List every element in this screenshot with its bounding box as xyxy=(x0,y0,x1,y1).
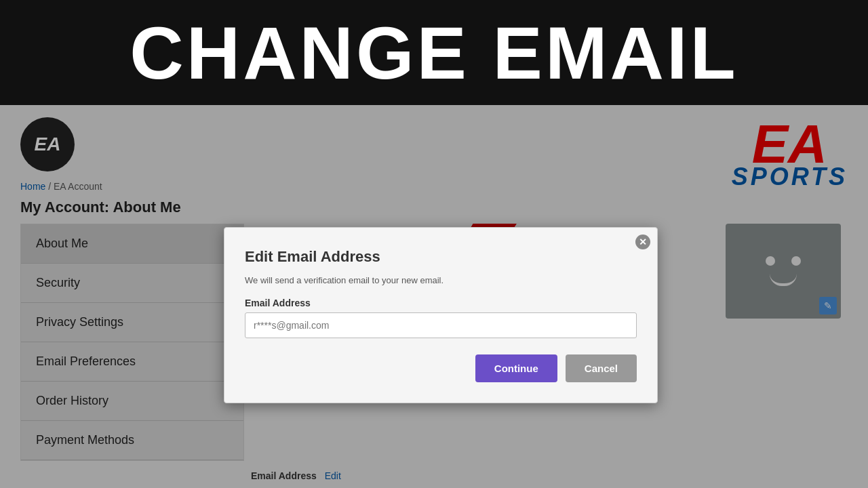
cancel-button[interactable]: Cancel xyxy=(566,354,637,382)
continue-button[interactable]: Continue xyxy=(475,354,557,382)
modal-email-label: Email Address xyxy=(245,298,637,308)
modal-email-input[interactable] xyxy=(245,312,637,338)
banner-title: CHANGE EMAIL xyxy=(130,9,738,96)
modal-overlay: ✕ Edit Email Address We will send a veri… xyxy=(0,105,868,488)
modal-subtitle: We will send a verification email to you… xyxy=(245,275,637,285)
modal-title: Edit Email Address xyxy=(245,248,637,266)
top-banner: CHANGE EMAIL xyxy=(0,0,868,105)
main-area: EA EA SPORTS Home / EA Account My Accoun… xyxy=(0,105,868,488)
modal-close-button[interactable]: ✕ xyxy=(635,235,650,249)
modal-buttons: Continue Cancel xyxy=(245,354,637,382)
modal-dialog: ✕ Edit Email Address We will send a veri… xyxy=(224,227,658,403)
